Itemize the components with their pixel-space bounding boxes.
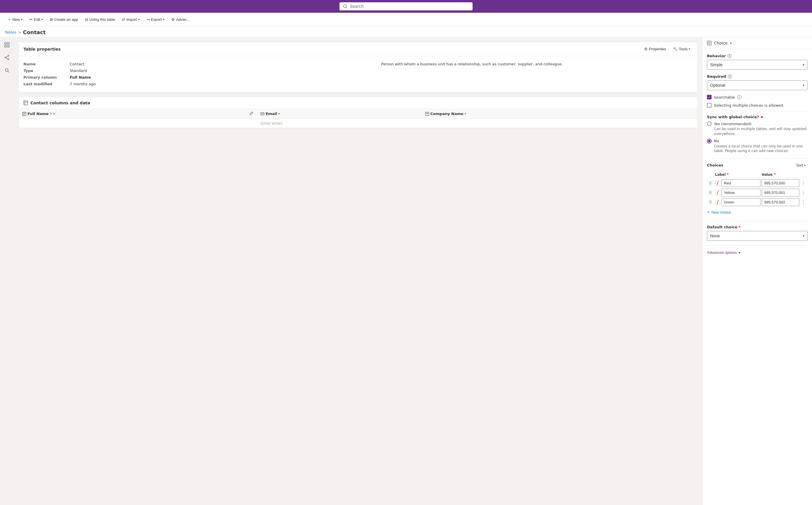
full-name-chevron-icon[interactable]: ▾ xyxy=(53,112,55,115)
new-choice-button[interactable]: + New choice xyxy=(707,208,731,216)
export-button[interactable]: ↦ Export ▾ xyxy=(144,16,167,23)
sync-no-radio-row[interactable]: No xyxy=(707,139,807,143)
color-swatch-yellow[interactable]: ⧸ xyxy=(715,190,720,196)
required-select[interactable]: Optional Required xyxy=(707,80,807,90)
searchable-label: Searchable xyxy=(714,95,735,100)
email-cell[interactable]: Enter email xyxy=(257,119,422,128)
svg-rect-4 xyxy=(5,45,6,47)
company-name-cell xyxy=(422,119,697,128)
choices-title: Choices xyxy=(707,163,723,167)
required-select-wrapper: Optional Required ▾ xyxy=(707,80,807,90)
export-icon: ↦ xyxy=(147,17,150,22)
edit-button[interactable]: ✏ Edit ▾ xyxy=(27,16,46,23)
sort-button[interactable]: Sort ▾ xyxy=(794,162,807,169)
color-swatch-green[interactable]: ⧸ xyxy=(715,199,720,205)
new-button[interactable]: ＋ New ▾ xyxy=(5,15,25,24)
required-group: Required i Optional Required ▾ xyxy=(707,74,807,90)
behavior-select-wrapper: Simple Restrict Extend ▾ xyxy=(707,60,807,70)
properties-button[interactable]: ⚙ Properties xyxy=(642,46,668,52)
full-name-col-icon xyxy=(22,112,26,116)
sync-required-star: ★ xyxy=(760,115,764,119)
choice-label-yellow[interactable] xyxy=(721,189,761,197)
svg-rect-3 xyxy=(8,42,9,44)
primary-column-value: Full Name xyxy=(70,74,381,80)
table-properties-card: Table properties ⚙ Properties 🔧 Tools ▾ … xyxy=(18,42,697,92)
label-required-star: * xyxy=(727,173,729,177)
svg-point-7 xyxy=(8,59,9,60)
svg-point-6 xyxy=(8,55,9,56)
searchable-row: ✓ Searchable i xyxy=(707,95,807,100)
drag-handle-yellow[interactable]: ⠿ xyxy=(707,190,714,195)
sidebar-share-icon-btn[interactable] xyxy=(2,52,12,63)
sync-yes-radio-row[interactable]: Yes (recommended) xyxy=(707,122,807,126)
import-chevron-icon: ▾ xyxy=(138,18,140,21)
choice-value-green[interactable] xyxy=(762,198,799,206)
choice-label-green[interactable] xyxy=(721,198,761,206)
table-icon xyxy=(23,101,28,105)
no-color-icon: ⧸ xyxy=(717,181,718,186)
advanced-button[interactable]: ⚙ Advan... xyxy=(168,16,193,23)
choice-value-red[interactable] xyxy=(762,179,799,187)
data-table: Full Name ↑ ▾ xyxy=(19,109,697,128)
import-button[interactable]: ⇄ Import ▾ xyxy=(119,16,143,23)
breadcrumb-separator: > xyxy=(18,30,21,34)
required-info-icon[interactable]: i xyxy=(728,74,732,78)
card-title: Table properties xyxy=(23,47,61,51)
sync-yes-option: Yes (recommended) Can be used in multipl… xyxy=(707,122,807,137)
choice-label-red[interactable] xyxy=(721,179,761,187)
sidebar-icons xyxy=(0,37,14,505)
sync-yes-description: Can be used in multiple tables, and will… xyxy=(714,127,807,137)
grid-icon xyxy=(4,42,10,47)
search-placeholder[interactable]: Search xyxy=(350,4,364,9)
choice-menu-green[interactable]: ⋮ xyxy=(800,199,807,205)
choice-menu-red[interactable]: ⋮ xyxy=(800,180,807,186)
svg-line-12 xyxy=(8,71,9,72)
create-app-button[interactable]: ⊞ Create an app xyxy=(47,16,81,23)
choice-menu-yellow[interactable]: ⋮ xyxy=(800,189,807,196)
advanced-chevron-icon: ▾ xyxy=(738,250,740,255)
email-chevron-icon[interactable]: ▾ xyxy=(278,112,280,115)
magnify-icon xyxy=(4,68,10,73)
columns-title: Contact columns and data xyxy=(30,101,90,105)
search-icon xyxy=(343,4,348,9)
drag-handle-green[interactable]: ⠿ xyxy=(707,200,714,205)
searchable-info-icon[interactable]: i xyxy=(737,95,741,99)
svg-line-1 xyxy=(346,7,347,8)
company-chevron-icon[interactable]: ▾ xyxy=(464,112,466,115)
breadcrumb: Tables > Contact xyxy=(0,26,812,37)
using-table-button[interactable]: ⊟ Using this table xyxy=(82,16,118,23)
default-choice-select[interactable]: None Red Yellow Green xyxy=(707,231,807,241)
last-modified-label: Last modified xyxy=(23,80,70,87)
share-icon xyxy=(4,55,10,60)
panel-scroll-content: Behavior i Simple Restrict Extend ▾ Requ… xyxy=(702,49,812,265)
drag-handle-red[interactable]: ⠿ xyxy=(707,181,714,186)
choice-row-green: ⠿ ⧸ ⋮ xyxy=(707,198,807,206)
sync-group: Sync with global choice? ★ Yes (recommen… xyxy=(707,115,807,154)
type-selector[interactable]: Choice ▾ xyxy=(707,41,807,45)
sync-no-radio-dot xyxy=(708,140,710,142)
choice-value-yellow[interactable] xyxy=(762,189,799,197)
tools-button[interactable]: 🔧 Tools ▾ xyxy=(671,46,692,52)
advanced-options-button[interactable]: Advanced options ▾ xyxy=(707,249,740,256)
sync-no-description: Creates a local choice that can only be … xyxy=(714,144,807,154)
svg-rect-5 xyxy=(8,45,9,47)
behavior-select[interactable]: Simple Restrict Extend xyxy=(707,60,807,70)
company-name-col-header[interactable]: Company Name ▾ xyxy=(422,109,697,119)
full-name-cell xyxy=(19,119,246,128)
behavior-group: Behavior i Simple Restrict Extend ▾ xyxy=(707,54,807,70)
full-name-col-header[interactable]: Full Name ↑ ▾ xyxy=(19,109,246,119)
multiple-choices-checkbox[interactable] xyxy=(707,103,712,108)
edit-col-header[interactable] xyxy=(246,109,257,119)
breadcrumb-current-page: Contact xyxy=(23,29,45,35)
sidebar-search-icon-btn[interactable] xyxy=(2,65,12,75)
sidebar-grid-icon-btn[interactable] xyxy=(2,40,12,50)
section-divider-3 xyxy=(707,221,807,221)
searchable-checkbox[interactable]: ✓ xyxy=(707,95,712,100)
email-col-header[interactable]: Email ▾ xyxy=(257,109,422,119)
behavior-info-icon[interactable]: i xyxy=(727,54,731,58)
breadcrumb-tables-link[interactable]: Tables xyxy=(5,30,16,34)
color-swatch-red[interactable]: ⧸ xyxy=(715,180,720,186)
tools-icon: 🔧 xyxy=(673,47,678,51)
name-value: Contact xyxy=(70,61,381,67)
table-row: Enter email xyxy=(19,119,697,128)
